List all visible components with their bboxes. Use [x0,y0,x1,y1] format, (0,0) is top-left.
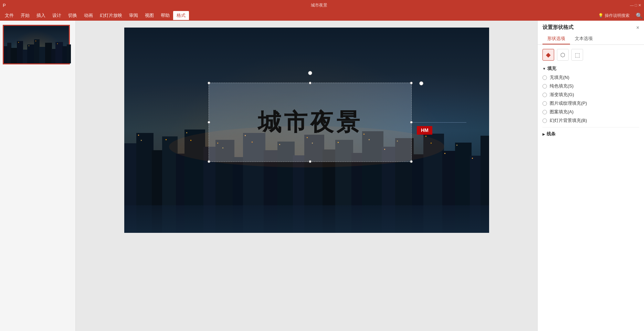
radio-gradient[interactable] [542,93,547,97]
fill-option-solid[interactable]: 纯色填充(S) [542,83,639,89]
fill-options: 无填充(N) 纯色填充(S) 渐变填充(G) 图片或纹理填充(P) 图案填充(A… [542,74,639,124]
svg-rect-4 [23,50,28,63]
effects-icon: ⬡ [560,52,565,58]
svg-text:HM: HM [421,127,429,133]
svg-rect-2 [11,48,18,63]
handle-middle-left[interactable] [208,121,210,124]
handle-top-right[interactable] [410,82,413,84]
menu-help[interactable]: 帮助 [157,11,173,20]
menu-review[interactable]: 审阅 [126,11,141,20]
fill-option-gradient[interactable]: 渐变填充(G) [542,92,639,98]
water-reflection [124,205,489,233]
size-icon: ⬚ [575,52,580,58]
fill-icon: ◆ [546,51,551,59]
panel-title: 设置形状格式 [542,24,573,31]
fill-picture-label: 图片或纹理填充(P) [550,100,587,106]
menu-animations[interactable]: 动画 [81,11,96,20]
format-icons-row: ◆ ⬡ ⬚ [542,49,639,61]
svg-rect-63 [456,145,457,146]
slide-panel: 1 [0,21,76,331]
svg-rect-9 [51,49,56,63]
tab-shape-options[interactable]: 形状选项 [542,33,570,44]
slide-thumbnail[interactable]: 城市夜景 [3,25,70,64]
file-name: 城市夜景 [9,2,630,8]
fill-pattern-label: 图案填充(A) [550,109,573,115]
handle-top-left[interactable] [208,82,210,84]
right-panel: 设置形状格式 × 形状选项 文本选项 ◆ ⬡ ⬚ [537,21,644,331]
menu-slideshow[interactable]: 幻灯片放映 [96,11,126,20]
menu-view[interactable]: 视图 [141,11,157,20]
size-icon-btn[interactable]: ⬚ [571,49,583,61]
svg-rect-13 [18,42,19,43]
svg-rect-10 [55,42,63,63]
line-section-header[interactable]: ▶ 线条 [542,131,639,137]
rotate-handle-top[interactable] [308,71,312,75]
effects-icon-btn[interactable]: ⬡ [557,49,569,61]
search-button[interactable]: 🔍 [636,12,643,19]
svg-rect-16 [57,43,58,44]
radio-none[interactable] [542,75,547,80]
fill-option-none[interactable]: 无填充(N) [542,74,639,81]
fill-solid-label: 纯色填充(S) [550,83,573,89]
section-divider [542,127,639,127]
svg-rect-14 [29,45,29,46]
svg-rect-7 [39,47,45,63]
search-label[interactable]: 操作说明搜索 [605,13,630,19]
svg-rect-46 [186,132,187,133]
svg-rect-43 [138,135,139,136]
window-controls[interactable]: — □ ✕ [630,3,641,8]
text-box-selected[interactable]: 城市夜景 [209,83,412,162]
line-section-title: 线条 [547,131,556,137]
handle-top-center[interactable] [309,82,312,84]
handle-bottom-left[interactable] [208,160,210,163]
menu-bar: 文件 开始 插入 设计 切换 动画 幻灯片放映 审阅 视图 帮助 格式 💡 操作… [0,10,644,21]
rotate-handle-right[interactable] [419,81,423,85]
svg-rect-8 [45,43,52,63]
menu-home[interactable]: 开始 [17,11,33,20]
menu-file[interactable]: 文件 [1,11,17,20]
slide-main-title: 城市夜景 [258,107,362,138]
right-panel-header: 设置形状格式 × 形状选项 文本选项 [538,21,644,45]
tab-text-options[interactable]: 文本选项 [570,33,598,44]
panel-close-button[interactable]: × [636,25,639,30]
fill-line-icon-btn[interactable]: ◆ [542,49,554,61]
fill-section-header[interactable]: ▼ 填充 [542,65,639,72]
fill-none-label: 无填充(N) [550,74,569,81]
handle-bottom-right[interactable] [410,160,413,163]
search-icon: 💡 [598,13,603,18]
line-arrow-icon: ▶ [542,132,545,136]
right-panel-title-bar: 设置形状格式 × [542,24,639,31]
menu-design[interactable]: 设计 [49,11,65,20]
svg-rect-15 [35,41,36,41]
radio-pattern[interactable] [542,110,547,114]
app-logo: P [3,3,6,8]
menu-format[interactable]: 格式 [173,11,189,20]
svg-rect-3 [17,41,23,63]
svg-rect-44 [141,140,142,141]
svg-rect-11 [62,46,67,63]
svg-rect-64 [472,158,473,159]
title-bar: P 城市夜景 — □ ✕ [0,0,644,10]
radio-slide-bg[interactable] [542,118,547,123]
menu-transitions[interactable]: 切换 [65,11,81,20]
fill-option-pattern[interactable]: 图案填充(A) [542,109,639,115]
handle-bottom-center[interactable] [309,160,312,163]
fill-option-picture[interactable]: 图片或纹理填充(P) [542,100,639,106]
selection-line [411,122,466,123]
ribbon: P 城市夜景 — □ ✕ 文件 开始 插入 设计 切换 动画 幻灯片放映 审阅 … [0,0,644,21]
fill-option-slide-bg[interactable]: 幻灯片背景填充(B) [542,117,639,124]
radio-picture[interactable] [542,101,547,106]
menu-insert[interactable]: 插入 [33,11,49,20]
canvas-area: HM 城市夜景 [76,21,537,331]
radio-solid[interactable] [542,84,547,89]
svg-rect-62 [444,153,445,154]
svg-rect-5 [27,44,35,63]
svg-rect-12 [67,44,71,63]
fill-slide-bg-label: 幻灯片背景填充(B) [550,117,587,124]
fill-arrow-icon: ▼ [542,67,546,71]
slide-canvas[interactable]: HM 城市夜景 [124,28,489,233]
fill-gradient-label: 渐变填充(G) [550,92,574,98]
svg-rect-45 [166,139,167,140]
fill-section-title: 填充 [547,65,556,72]
right-panel-body: ◆ ⬡ ⬚ ▼ 填充 无填充(N) [538,45,644,331]
